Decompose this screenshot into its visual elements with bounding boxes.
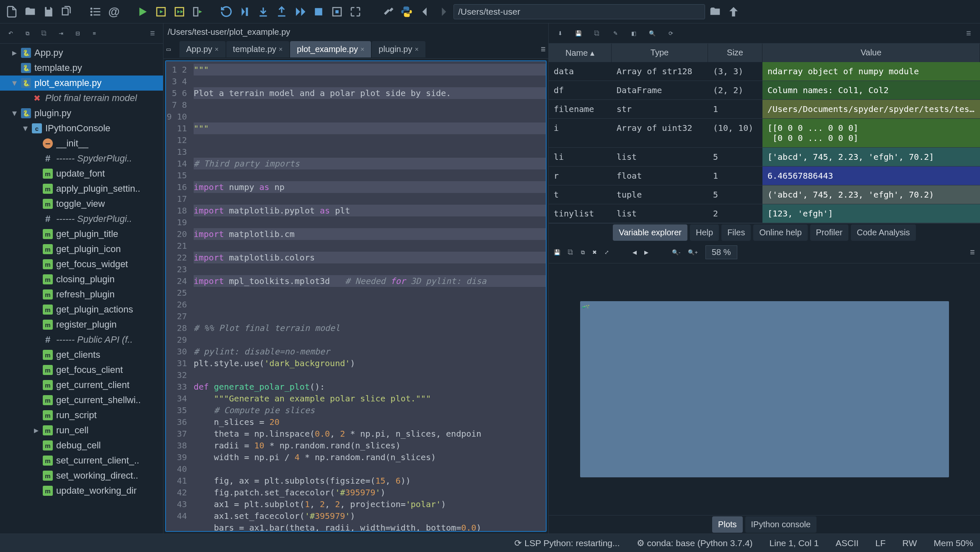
close-tab-icon[interactable]: × [415,46,418,53]
tree-arrow-icon[interactable] [33,486,39,496]
debug-icon[interactable] [218,3,235,20]
outline-item[interactable]: ▾🐍plot_example.py [0,76,163,91]
save-plot-icon[interactable]: 💾 [554,249,560,255]
outline-item[interactable]: mupdate_working_dir [0,483,163,498]
pane-tab[interactable]: Code Analysis [851,224,916,241]
pane-tab[interactable]: Variable explorer [613,224,687,241]
variable-row[interactable]: filenamestr1/Users/Documents/spyder/spyd… [549,100,980,119]
outline-item[interactable]: –__init__ [0,136,163,151]
back-icon[interactable] [417,3,433,20]
col-size[interactable]: Size [708,44,762,62]
outline-item[interactable]: mdebug_cell [0,438,163,453]
pane-tab[interactable]: Help [690,224,719,241]
expand-icon[interactable]: ⊟ [70,26,85,41]
duplicate-icon[interactable]: ⿻ [37,26,51,41]
outline-item[interactable]: mtoggle_view [0,196,163,211]
outline-item[interactable]: mget_current_shellwi.. [0,393,163,408]
search-var-icon[interactable]: 🔍 [645,26,659,41]
tree-arrow-icon[interactable] [33,289,39,299]
open-file-icon[interactable] [22,3,39,20]
outline-item[interactable]: #------ Public API (f.. [0,332,163,347]
editor-tab[interactable]: plot_example.py× [290,41,371,57]
outline-item[interactable]: ▸🐍App.py [0,45,163,60]
tree-arrow-icon[interactable] [33,395,39,405]
working-dir-input[interactable] [454,4,705,19]
tree-arrow-icon[interactable] [33,184,39,194]
outline-item[interactable]: mget_clients [0,347,163,362]
outline-item[interactable]: mget_focus_widget [0,257,163,272]
close-tab-icon[interactable]: × [360,46,364,53]
tree-arrow-icon[interactable]: ▾ [11,108,18,118]
variable-row[interactable]: dataArray of str128(3, 3)ndarray object … [549,62,980,81]
outline-item[interactable]: ▸mrun_cell [0,423,163,438]
variable-row[interactable]: dfDataFrame(2, 2)Column names: Col1, Col… [549,81,980,100]
erase-icon[interactable]: ◧ [627,26,641,41]
run-selection-icon[interactable] [189,3,206,20]
tree-arrow-icon[interactable] [33,259,39,269]
step-into-icon[interactable] [255,3,272,20]
variable-row[interactable]: ttuple5('abcd', 745, 2.23, 'efgh', 70.2) [549,185,980,204]
pane-tab[interactable]: Profiler [810,224,848,241]
collapse-icon[interactable]: ⇥ [54,26,68,41]
tree-arrow-icon[interactable] [33,154,39,164]
next-plot-icon[interactable]: ▶ [644,249,648,255]
tree-arrow-icon[interactable]: ▸ [33,425,39,435]
outline-item[interactable]: mget_plugin_actions [0,302,163,317]
at-icon[interactable]: @ [106,3,122,20]
run-cell-icon[interactable] [153,3,169,20]
outline-item[interactable]: 🐍template.py [0,60,163,76]
outline-item[interactable]: mget_focus_client [0,362,163,378]
list-icon[interactable] [87,3,104,20]
outline-menu-icon[interactable]: ☰ [145,26,160,41]
plots-canvas[interactable]: 700 650 600 500 450 -84.42 -84.38 36.730… [549,263,980,515]
forward-icon[interactable] [435,3,452,20]
outline-item[interactable]: mapply_plugin_settin.. [0,181,163,196]
tree-arrow-icon[interactable]: ▾ [11,78,18,88]
variable-row[interactable]: rfloat16.46567886443 [549,167,980,185]
variable-row[interactable]: tinylistlist2[123, 'efgh'] [549,204,980,223]
outline-item[interactable]: mupdate_font [0,166,163,181]
pane-tab[interactable]: Plots [712,516,742,533]
copy-icon[interactable]: ⧉ [20,26,34,41]
variable-row[interactable]: iArray of uint32(10, 10)[[0 0 0 ... 0 0 … [549,119,980,148]
tree-arrow-icon[interactable] [33,138,39,148]
tree-arrow-icon[interactable] [33,214,39,224]
preferences-icon[interactable] [380,3,397,20]
col-name[interactable]: Name ▴ [549,44,612,62]
step-out-icon[interactable] [273,3,290,20]
outline-item[interactable]: mget_plugin_icon [0,242,163,257]
tree-arrow-icon[interactable] [33,440,39,450]
tab-browse-icon[interactable]: ▭ [166,46,179,52]
refresh-var-icon[interactable]: ⟳ [664,26,678,41]
outline-item[interactable]: mrun_script [0,408,163,423]
tree-arrow-icon[interactable] [33,365,39,375]
pane-tab[interactable]: IPython console [745,516,817,533]
edit-icon[interactable]: ✎ [608,26,622,41]
tree-arrow-icon[interactable] [33,169,39,179]
tree-arrow-icon[interactable]: ▸ [11,48,18,58]
new-file-icon[interactable] [3,3,20,20]
tree-arrow-icon[interactable] [33,274,39,284]
tree-arrow-icon[interactable] [33,305,39,315]
outline-item[interactable]: mregister_plugin [0,317,163,332]
col-type[interactable]: Type [612,44,708,62]
status-conda[interactable]: ⚙ conda: base (Python 3.7.4) [637,538,753,548]
outline-back-icon[interactable]: ↶ [3,26,18,41]
python-path-icon[interactable] [398,3,415,20]
tree-arrow-icon[interactable] [33,456,39,466]
save-data-icon[interactable]: 💾 [571,26,586,41]
editor-tab[interactable]: template.py× [226,41,290,57]
plots-menu-icon[interactable]: ☰ [970,249,975,255]
tree-arrow-icon[interactable] [11,63,18,73]
outline-item[interactable]: #------ SpyderPlugi.. [0,151,163,166]
run-cell-advance-icon[interactable] [171,3,188,20]
varexp-menu-icon[interactable]: ☰ [962,26,976,41]
editor-menu-icon[interactable]: ☰ [541,46,546,52]
stop-debug-icon[interactable] [310,3,327,20]
sort-icon[interactable]: ≡ [87,26,101,41]
col-value[interactable]: Value [762,44,980,62]
close-tab-icon[interactable]: × [215,46,218,53]
prev-plot-icon[interactable]: ◀ [633,249,637,255]
tree-arrow-icon[interactable] [33,410,39,420]
outline-item[interactable]: mset_working_direct.. [0,468,163,483]
